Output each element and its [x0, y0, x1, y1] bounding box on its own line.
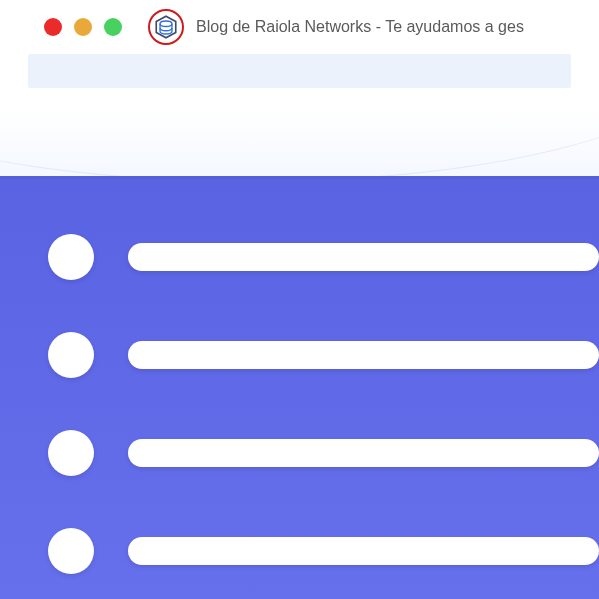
header-gradient: [0, 110, 599, 176]
bullet-icon: [48, 430, 94, 476]
traffic-lights: [44, 18, 122, 36]
skeleton-bar: [128, 537, 599, 565]
bullet-icon: [48, 234, 94, 280]
svg-point-1: [160, 21, 172, 26]
list-item: [48, 234, 599, 280]
window-titlebar: Blog de Raiola Networks - Te ayudamos a …: [0, 0, 599, 54]
bullet-icon: [48, 332, 94, 378]
zoom-window-button[interactable]: [104, 18, 122, 36]
list-item: [48, 332, 599, 378]
minimize-window-button[interactable]: [74, 18, 92, 36]
content-panel: [0, 176, 599, 599]
list-item: [48, 528, 599, 574]
raiola-hex-stack-icon: [153, 14, 179, 40]
address-bar[interactable]: [28, 54, 571, 88]
skeleton-bar: [128, 341, 599, 369]
close-window-button[interactable]: [44, 18, 62, 36]
skeleton-bar: [128, 439, 599, 467]
url-bar-area: [0, 54, 599, 110]
bullet-icon: [48, 528, 94, 574]
tab-title: Blog de Raiola Networks - Te ayudamos a …: [196, 18, 524, 36]
list-item: [48, 430, 599, 476]
favicon-highlight-circle: [148, 9, 184, 45]
skeleton-list: [48, 234, 599, 574]
skeleton-bar: [128, 243, 599, 271]
